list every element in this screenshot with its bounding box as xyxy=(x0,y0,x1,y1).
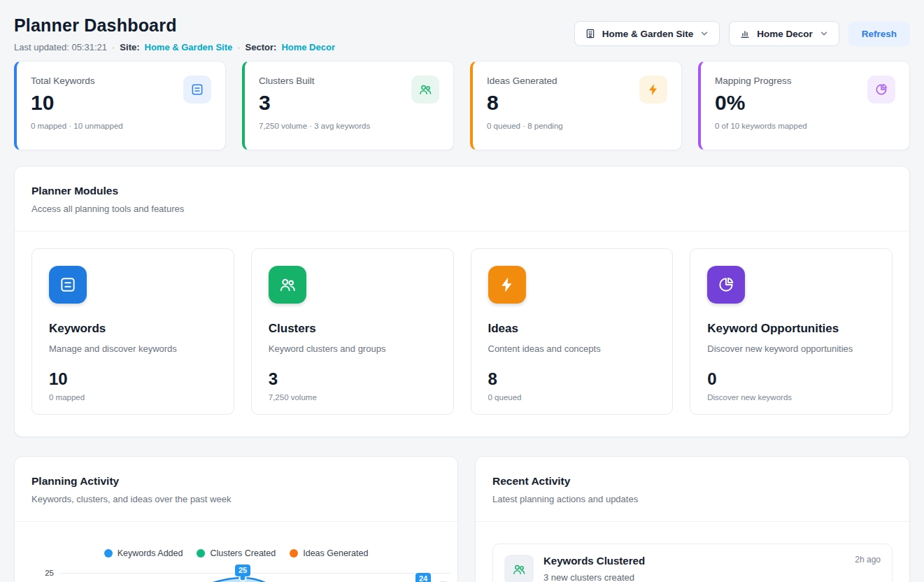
module-value: 3 xyxy=(269,369,436,389)
page-title: Planner Dashboard xyxy=(14,15,335,36)
stat-label: Total Keywords xyxy=(31,76,123,86)
data-point-label-25: 25 xyxy=(235,565,250,576)
module-detail: 0 mapped xyxy=(49,393,217,402)
document-icon xyxy=(183,76,211,104)
recent-activity-card: Recent Activity Latest planning actions … xyxy=(475,456,910,582)
site-selector-value: Home & Garden Site xyxy=(602,29,694,39)
planning-activity-title: Planning Activity xyxy=(31,475,441,488)
legend-label: Ideas Generated xyxy=(303,548,368,558)
legend-label: Clusters Created xyxy=(210,548,276,558)
topbar-actions: Home & Garden Site Home Decor Refresh xyxy=(574,21,910,46)
recent-activity-header: Recent Activity Latest planning actions … xyxy=(476,457,909,521)
stat-detail: 0 mapped · 10 unmapped xyxy=(31,122,123,130)
legend-label: Keywords Added xyxy=(118,548,183,558)
legend-dot xyxy=(290,549,298,558)
module-card-clusters[interactable]: Clusters Keyword clusters and groups 3 7… xyxy=(251,248,454,415)
site-selector-dropdown[interactable]: Home & Garden Site xyxy=(574,21,720,46)
module-description: Content ideas and concepts xyxy=(488,343,656,354)
chevron-down-icon xyxy=(819,29,829,38)
module-detail: 0 queued xyxy=(488,393,656,402)
pie-chart-icon xyxy=(707,266,745,304)
stat-label: Ideas Generated xyxy=(487,76,563,86)
stat-card-total-keywords: Total Keywords 10 0 mapped · 10 unmapped xyxy=(14,61,226,150)
sector-selector-value: Home Decor xyxy=(757,29,813,39)
planner-modules-header: Planner Modules Access all planning tool… xyxy=(15,166,909,231)
recent-activity-subtitle: Latest planning actions and updates xyxy=(492,494,893,504)
module-card-ideas[interactable]: Ideas Content ideas and concepts 8 0 que… xyxy=(471,248,674,415)
modules-grid: Keywords Manage and discover keywords 10… xyxy=(15,232,909,436)
module-title: Keywords xyxy=(49,322,217,336)
recent-item-timestamp: 2h ago xyxy=(855,555,881,565)
stat-detail: 0 queued · 8 pending xyxy=(487,122,563,130)
module-description: Keyword clusters and groups xyxy=(269,343,436,354)
recent-activity-item: Keywords Clustered 3 new clusters create… xyxy=(492,544,893,582)
module-value: 8 xyxy=(488,369,656,389)
meta-separator: · xyxy=(237,42,240,52)
stat-value: 0% xyxy=(715,91,807,115)
stat-label: Mapping Progress xyxy=(715,76,807,86)
lightning-icon xyxy=(488,266,526,304)
stat-info: Clusters Built 3 7,250 volume · 3 avg ke… xyxy=(259,76,370,139)
stat-card-mapping-progress: Mapping Progress 0% 0 of 10 keywords map… xyxy=(698,61,910,150)
stat-card-clusters-built: Clusters Built 3 7,250 volume · 3 avg ke… xyxy=(242,61,454,150)
last-updated-text: Last updated: 05:31:21 xyxy=(14,42,107,52)
recent-item-body: Keywords Clustered 3 new clusters create… xyxy=(543,555,645,582)
page-meta: Last updated: 05:31:21 · Site: Home & Ga… xyxy=(14,42,335,52)
users-icon xyxy=(504,555,534,582)
module-title: Keyword Opportunities xyxy=(707,322,875,336)
module-card-keywords[interactable]: Keywords Manage and discover keywords 10… xyxy=(31,248,234,415)
chart-legend: Keywords Added Clusters Created Ideas Ge… xyxy=(15,548,457,558)
planner-dashboard-page: Planner Dashboard Last updated: 05:31:21… xyxy=(0,0,924,582)
building-icon xyxy=(585,28,596,39)
users-icon xyxy=(411,76,439,104)
module-value: 10 xyxy=(49,369,217,389)
refresh-button[interactable]: Refresh xyxy=(848,22,910,46)
recent-item-title: Keywords Clustered xyxy=(543,555,645,567)
chevron-down-icon xyxy=(699,29,709,38)
planner-modules-title: Planner Modules xyxy=(31,185,893,197)
planning-activity-header: Planning Activity Keywords, clusters, an… xyxy=(15,457,457,521)
planner-modules-subtitle: Access all planning tools and features xyxy=(31,204,893,214)
bottom-row: Planning Activity Keywords, clusters, an… xyxy=(14,456,910,582)
document-icon xyxy=(49,266,87,304)
module-title: Clusters xyxy=(269,322,436,336)
stat-info: Ideas Generated 8 0 queued · 8 pending xyxy=(487,76,563,139)
topbar-left: Planner Dashboard Last updated: 05:31:21… xyxy=(14,15,335,52)
users-icon xyxy=(269,266,306,304)
divider xyxy=(15,521,457,522)
data-point-label-24: 24 xyxy=(415,573,431,582)
sector-selector-dropdown[interactable]: Home Decor xyxy=(729,21,839,46)
stat-info: Total Keywords 10 0 mapped · 10 unmapped xyxy=(31,76,123,139)
legend-dot xyxy=(104,549,113,558)
module-description: Discover new keyword opportunities xyxy=(707,343,875,354)
meta-separator: · xyxy=(112,42,115,52)
planning-activity-card: Planning Activity Keywords, clusters, an… xyxy=(14,456,458,582)
module-title: Ideas xyxy=(488,322,656,336)
module-card-keyword-opportunities[interactable]: Keyword Opportunities Discover new keywo… xyxy=(690,248,893,415)
legend-item-keywords-added[interactable]: Keywords Added xyxy=(104,548,183,558)
sector-link[interactable]: Home Decor xyxy=(281,42,335,52)
stat-detail: 0 of 10 keywords mapped xyxy=(715,122,807,130)
recent-item-description: 3 new clusters created xyxy=(543,572,645,582)
stat-label: Clusters Built xyxy=(259,76,370,86)
stat-value: 3 xyxy=(259,91,370,115)
stat-card-ideas-generated: Ideas Generated 8 0 queued · 8 pending xyxy=(470,61,682,150)
legend-item-ideas-generated[interactable]: Ideas Generated xyxy=(290,548,368,558)
stat-detail: 7,250 volume · 3 avg keywords xyxy=(259,122,370,130)
module-value: 0 xyxy=(707,369,875,389)
legend-dot xyxy=(197,549,205,558)
lightning-icon xyxy=(639,76,667,104)
planner-modules-section: Planner Modules Access all planning tool… xyxy=(14,166,910,437)
stat-value: 10 xyxy=(31,91,123,115)
site-label: Site: xyxy=(120,42,139,52)
stat-value: 8 xyxy=(487,91,563,115)
site-link[interactable]: Home & Garden Site xyxy=(145,42,233,52)
divider xyxy=(476,521,909,522)
planning-activity-subtitle: Keywords, clusters, and ideas over the p… xyxy=(31,494,441,504)
legend-item-clusters-created[interactable]: Clusters Created xyxy=(197,548,276,558)
topbar: Planner Dashboard Last updated: 05:31:21… xyxy=(14,15,910,52)
module-detail: Discover new keywords xyxy=(707,393,875,402)
recent-activity-title: Recent Activity xyxy=(492,475,893,488)
pie-chart-icon xyxy=(867,76,895,104)
sector-label: Sector: xyxy=(246,42,277,52)
